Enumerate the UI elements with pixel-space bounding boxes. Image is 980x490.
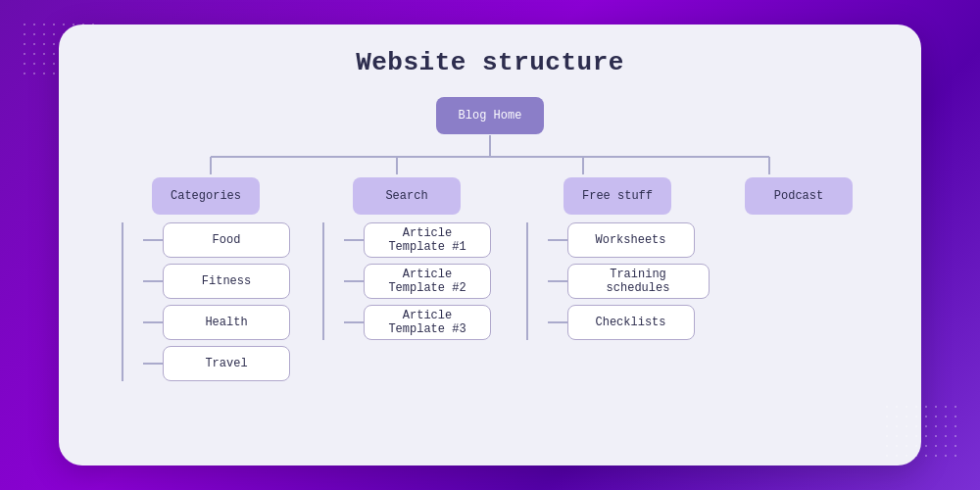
group-podcast: Podcast: [730, 177, 867, 215]
leaf-fitness: Fitness: [163, 264, 290, 299]
group-search: Search Article Template #1 Article Templ…: [309, 177, 505, 340]
group-categories: Categories Food Fitness: [113, 177, 299, 381]
leaf-travel: Travel: [163, 346, 290, 381]
node-search: Search: [353, 177, 461, 215]
leaf-article2: Article Template #2: [364, 264, 491, 299]
leaf-training: Training schedules: [567, 264, 710, 299]
tree-container: Blog Home Categories Food F: [78, 97, 902, 450]
leaf-article3: Article Template #3: [364, 305, 491, 340]
leaf-article1: Article Template #1: [364, 222, 491, 258]
leaf-food: Food: [163, 222, 290, 258]
node-categories: Categories: [152, 177, 260, 215]
group-freestuff: Free stuff Worksheets Training schedules…: [514, 177, 720, 340]
page-title: Website structure: [356, 48, 624, 77]
leaf-checklists: Checklists: [567, 305, 695, 340]
leaf-worksheets: Worksheets: [567, 222, 695, 258]
node-freestuff: Free stuff: [564, 177, 671, 215]
node-root: Blog Home: [436, 97, 544, 134]
node-podcast: Podcast: [745, 177, 853, 215]
main-card: Website structure Blog Home Categ: [59, 24, 921, 466]
root-row: Blog Home: [436, 97, 544, 134]
leaf-health: Health: [163, 305, 290, 340]
